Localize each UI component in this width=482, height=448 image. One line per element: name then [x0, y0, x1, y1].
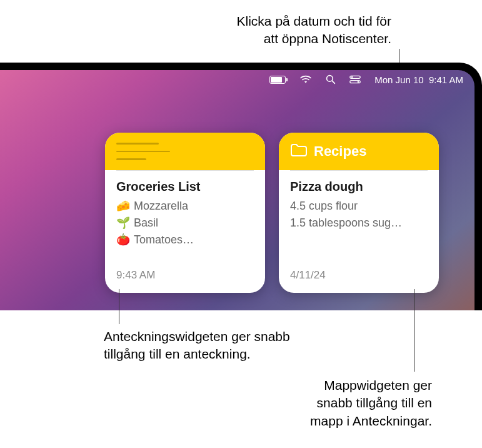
- svg-point-3: [351, 76, 353, 78]
- folder-line: 4.5 cups flour: [290, 198, 428, 215]
- basil-icon: 🌱: [116, 215, 130, 232]
- tomato-icon: 🍅: [116, 232, 130, 248]
- callout-notification-center: Klicka på datum och tid för att öppna No…: [237, 13, 391, 48]
- control-center-icon[interactable]: [349, 75, 361, 84]
- folder-icon: [290, 143, 308, 160]
- list-item: 🧀 Mozzarella: [116, 198, 254, 215]
- callout-note-widget: Anteckningswidgeten ger snabb tillgång t…: [104, 328, 290, 364]
- note-widget-title: Groceries List: [116, 180, 254, 194]
- wifi-icon[interactable]: [299, 74, 312, 84]
- folder-widget[interactable]: Recipes Pizza dough 4.5 cups flour 1.5 t…: [279, 133, 439, 293]
- callout-line: [414, 289, 414, 372]
- menubar: Mon Jun 10 9:41 AM: [0, 70, 474, 89]
- list-item-label: Tomatoes…: [134, 232, 194, 248]
- callout-line: [119, 289, 119, 324]
- list-item: 🍅 Tomatoes…: [116, 232, 254, 248]
- device-frame: Mon Jun 10 9:41 AM Groceries List 🧀 Mozz…: [0, 63, 482, 310]
- folder-widget-timestamp: 4/11/24: [279, 269, 439, 293]
- list-item-label: Basil: [134, 215, 158, 232]
- svg-line-1: [333, 81, 335, 83]
- folder-widget-header: Recipes: [279, 133, 439, 170]
- folder-widget-header-title: Recipes: [314, 143, 366, 160]
- menubar-datetime[interactable]: Mon Jun 10 9:41 AM: [374, 74, 463, 85]
- note-widget-body: Groceries List 🧀 Mozzarella 🌱 Basil 🍅 To…: [105, 171, 265, 269]
- search-icon[interactable]: [326, 74, 336, 84]
- battery-icon[interactable]: [269, 76, 286, 84]
- folder-line: 1.5 tablespoons sug…: [290, 215, 428, 232]
- folder-widget-body: Pizza dough 4.5 cups flour 1.5 tablespoo…: [279, 171, 439, 269]
- note-widget[interactable]: Groceries List 🧀 Mozzarella 🌱 Basil 🍅 To…: [105, 133, 265, 293]
- list-item-label: Mozzarella: [134, 198, 188, 215]
- note-widget-header: [105, 133, 265, 170]
- note-widget-timestamp: 9:43 AM: [105, 269, 265, 293]
- svg-point-0: [327, 76, 333, 82]
- widgets-container: Groceries List 🧀 Mozzarella 🌱 Basil 🍅 To…: [105, 133, 439, 293]
- callout-folder-widget: Mappwidgeten ger snabb tillgång till en …: [310, 377, 432, 430]
- cheese-icon: 🧀: [116, 198, 130, 215]
- desktop-screen: Mon Jun 10 9:41 AM Groceries List 🧀 Mozz…: [0, 70, 474, 310]
- folder-widget-title: Pizza dough: [290, 180, 428, 194]
- list-item: 🌱 Basil: [116, 215, 254, 232]
- svg-point-5: [358, 81, 359, 82]
